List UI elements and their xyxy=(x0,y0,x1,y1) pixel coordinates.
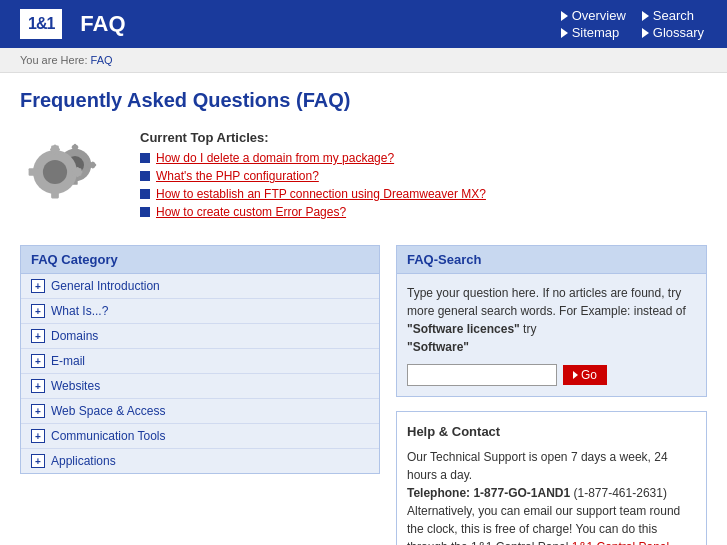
help-contact-panel: Help & Contact Our Technical Support is … xyxy=(396,411,707,545)
nav-overview[interactable]: Overview xyxy=(561,8,626,23)
faq-search-header: FAQ-Search xyxy=(397,246,706,274)
article-link-3[interactable]: How to create custom Error Pages? xyxy=(156,205,346,219)
svg-point-9 xyxy=(43,160,67,184)
logo-area: 1&1 FAQ xyxy=(20,9,126,39)
telephone-number: (1-877-461-2631) xyxy=(574,486,667,500)
nav-glossary[interactable]: Glossary xyxy=(642,25,707,40)
svg-rect-12 xyxy=(29,168,39,176)
go-label: Go xyxy=(581,368,597,382)
nav-search-label: Search xyxy=(653,8,694,23)
article-bullet-1 xyxy=(140,171,150,181)
faq-category-header: FAQ Category xyxy=(21,246,379,274)
top-articles-label: Current Top Articles: xyxy=(140,130,707,145)
nav-glossary-label: Glossary xyxy=(653,25,704,40)
control-panel-link[interactable]: 1&1 Control Panel xyxy=(572,540,669,546)
expand-icon-1[interactable]: + xyxy=(31,304,45,318)
faq-search-description: Type your question here. If no articles … xyxy=(407,284,696,356)
faq-category-panel: FAQ Category + General Introduction + Wh… xyxy=(20,245,380,474)
faq-cat-link-5[interactable]: Web Space & Access xyxy=(51,404,166,418)
article-bullet-0 xyxy=(140,153,150,163)
article-bullet-2 xyxy=(140,189,150,199)
expand-icon-4[interactable]: + xyxy=(31,379,45,393)
search-row: Go xyxy=(407,364,696,386)
faq-cat-item-0[interactable]: + General Introduction xyxy=(21,274,379,299)
faq-cat-item-7[interactable]: + Applications xyxy=(21,449,379,473)
faq-search-body: Type your question here. If no articles … xyxy=(397,274,706,396)
expand-icon-0[interactable]: + xyxy=(31,279,45,293)
telephone-label: Telephone: 1-877-GO-1AND1 xyxy=(407,486,570,500)
nav-sitemap-label: Sitemap xyxy=(572,25,620,40)
article-link-1[interactable]: What's the PHP configuration? xyxy=(156,169,319,183)
faq-cat-item-3[interactable]: + E-mail xyxy=(21,349,379,374)
nav-links: Overview Search Sitemap Glossary xyxy=(561,8,707,40)
breadcrumb-link[interactable]: FAQ xyxy=(91,54,113,66)
article-item-1: What's the PHP configuration? xyxy=(140,169,707,183)
nav-search-icon xyxy=(642,11,649,21)
faq-cat-link-7[interactable]: Applications xyxy=(51,454,116,468)
expand-icon-6[interactable]: + xyxy=(31,429,45,443)
go-button[interactable]: Go xyxy=(563,365,607,385)
faq-cat-link-3[interactable]: E-mail xyxy=(51,354,85,368)
faq-right-panel: FAQ-Search Type your question here. If n… xyxy=(396,245,707,545)
help-contact-line1: Our Technical Support is open 7 days a w… xyxy=(407,448,696,484)
top-articles-section: Current Top Articles: How do I delete a … xyxy=(20,130,707,223)
svg-rect-11 xyxy=(51,189,59,199)
main-content: Frequently Asked Questions (FAQ) xyxy=(0,73,727,545)
top-articles: Current Top Articles: How do I delete a … xyxy=(140,130,707,223)
page-title: Frequently Asked Questions (FAQ) xyxy=(20,89,707,112)
faq-cat-link-0[interactable]: General Introduction xyxy=(51,279,160,293)
article-link-2[interactable]: How to establish an FTP connection using… xyxy=(156,187,486,201)
help-contact-telephone: Telephone: 1-877-GO-1AND1 (1-877-461-263… xyxy=(407,484,696,502)
faq-cat-item-5[interactable]: + Web Space & Access xyxy=(21,399,379,424)
nav-search[interactable]: Search xyxy=(642,8,707,23)
breadcrumb: You are Here: FAQ xyxy=(0,48,727,73)
nav-overview-label: Overview xyxy=(572,8,626,23)
expand-icon-3[interactable]: + xyxy=(31,354,45,368)
two-column-layout: FAQ Category + General Introduction + Wh… xyxy=(20,245,707,545)
faq-cat-item-1[interactable]: + What Is...? xyxy=(21,299,379,324)
faq-cat-link-6[interactable]: Communication Tools xyxy=(51,429,166,443)
help-contact-line2: Alternatively, you can email our support… xyxy=(407,502,696,546)
faq-cat-item-4[interactable]: + Websites xyxy=(21,374,379,399)
breadcrumb-prefix: You are Here: xyxy=(20,54,87,66)
article-item-3: How to create custom Error Pages? xyxy=(140,205,707,219)
site-title: FAQ xyxy=(80,11,125,37)
expand-icon-5[interactable]: + xyxy=(31,404,45,418)
article-item-2: How to establish an FTP connection using… xyxy=(140,187,707,201)
nav-overview-icon xyxy=(561,11,568,21)
go-arrow-icon xyxy=(573,371,578,379)
faq-cat-link-1[interactable]: What Is...? xyxy=(51,304,108,318)
faq-cat-link-2[interactable]: Domains xyxy=(51,329,98,343)
gear-illustration xyxy=(20,130,120,205)
expand-icon-7[interactable]: + xyxy=(31,454,45,468)
help-contact-title: Help & Contact xyxy=(407,422,696,442)
faq-search-box: FAQ-Search Type your question here. If n… xyxy=(396,245,707,397)
article-link-0[interactable]: How do I delete a domain from my package… xyxy=(156,151,394,165)
expand-icon-2[interactable]: + xyxy=(31,329,45,343)
article-item-0: How do I delete a domain from my package… xyxy=(140,151,707,165)
faq-cat-item-2[interactable]: + Domains xyxy=(21,324,379,349)
nav-glossary-icon xyxy=(642,28,649,38)
nav-sitemap-icon xyxy=(561,28,568,38)
nav-sitemap[interactable]: Sitemap xyxy=(561,25,626,40)
site-header: 1&1 FAQ Overview Search Sitemap Glossary xyxy=(0,0,727,48)
faq-cat-link-4[interactable]: Websites xyxy=(51,379,100,393)
faq-search-input[interactable] xyxy=(407,364,557,386)
logo: 1&1 xyxy=(20,9,62,39)
faq-cat-item-6[interactable]: + Communication Tools xyxy=(21,424,379,449)
article-bullet-3 xyxy=(140,207,150,217)
